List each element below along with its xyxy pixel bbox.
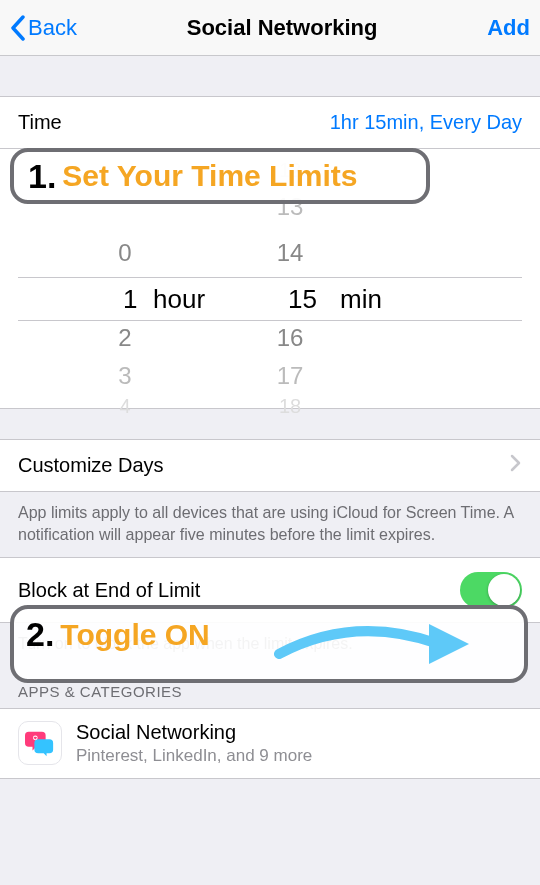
limits-footer-text: App limits apply to all devices that are… [0,492,540,557]
app-category-name: Social Networking [76,721,312,744]
block-at-end-toggle[interactable] [460,572,522,608]
picker-minute-option: 16 [265,324,315,352]
annotation-callout-2: 2. Toggle ON [10,605,528,683]
picker-hour-selected: 1 [123,284,137,315]
picker-hour-option: 4 [100,395,150,418]
picker-minute-option: 18 [265,395,315,418]
customize-days-label: Customize Days [18,454,164,477]
chevron-right-icon [510,454,522,477]
toggle-knob [488,574,520,606]
back-label: Back [28,15,77,41]
social-networking-icon [18,721,62,765]
page-title: Social Networking [187,15,378,41]
annotation-text: Set Your Time Limits [62,159,357,193]
annotation-number: 1. [28,157,56,196]
app-category-row[interactable]: Social Networking Pinterest, LinkedIn, a… [0,708,540,779]
spacer [0,56,540,96]
arrow-icon [274,619,474,669]
picker-minute-unit: min [340,284,382,315]
back-button[interactable]: Back [10,15,77,41]
app-category-text: Social Networking Pinterest, LinkedIn, a… [76,721,312,766]
time-value: 1hr 15min, Every Day [330,111,522,134]
time-label: Time [18,111,62,134]
navigation-bar: Back Social Networking Add [0,0,540,56]
picker-hour-option: 2 [100,324,150,352]
block-at-end-label: Block at End of Limit [18,579,200,602]
picker-minute-option: 14 [265,239,315,267]
time-summary-row: Time 1hr 15min, Every Day [0,96,540,149]
picker-minute-selected: 15 [288,284,317,315]
picker-hour-unit: hour [153,284,205,315]
picker-selection-bar: 1 hour 15 min [18,277,522,321]
app-category-subtitle: Pinterest, LinkedIn, and 9 more [76,746,312,766]
picker-hour-option: 0 [100,239,150,267]
picker-minute-option: 17 [265,362,315,390]
add-button[interactable]: Add [487,15,530,41]
annotation-number: 2. [26,615,54,654]
annotation-text: Toggle ON [60,618,209,652]
customize-days-row[interactable]: Customize Days [0,439,540,492]
annotation-callout-1: 1. Set Your Time Limits [10,148,430,204]
chevron-left-icon [10,15,26,41]
picker-hour-option: 3 [100,362,150,390]
